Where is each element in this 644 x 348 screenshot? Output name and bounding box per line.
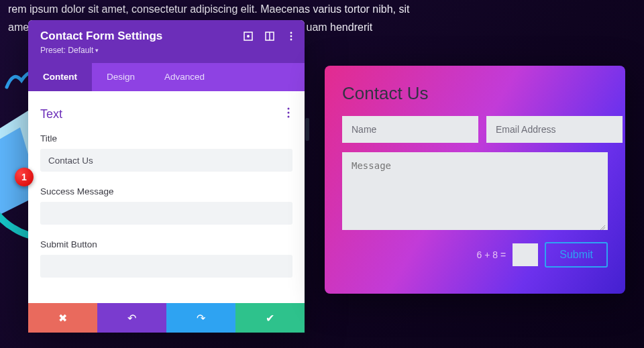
submit-button-label: Submit Button	[40, 239, 292, 249]
submit-button[interactable]: Submit	[545, 242, 608, 268]
contact-form-preview: Contact Us 6 + 8 = Submit	[325, 66, 625, 294]
success-message-field[interactable]	[40, 202, 292, 225]
panel-header[interactable]: Contact Form Settings Preset: Default ▾	[28, 20, 305, 63]
section-more-icon[interactable]	[284, 106, 292, 123]
preset-label: Preset: Default	[40, 46, 93, 55]
save-button[interactable]: ✔	[235, 303, 305, 333]
captcha-field[interactable]	[513, 243, 538, 266]
panel-body: Text Title Success Message Submit Button	[28, 91, 305, 303]
email-field[interactable]	[486, 116, 623, 143]
more-icon[interactable]	[286, 31, 297, 42]
contact-form-settings-panel: Contact Form Settings Preset: Default ▾	[28, 20, 305, 333]
columns-icon[interactable]	[264, 31, 275, 42]
scrollbar-handle[interactable]	[305, 118, 309, 141]
captcha-label: 6 + 8 =	[477, 249, 506, 260]
title-field[interactable]	[40, 149, 292, 172]
redo-icon: ↷	[197, 312, 205, 325]
svg-point-7	[290, 36, 292, 38]
message-field[interactable]	[342, 152, 608, 230]
form-title: Contact Us	[342, 83, 608, 104]
step-badge-1: 1	[15, 168, 34, 186]
svg-point-3	[248, 36, 249, 37]
panel-footer: ✖ ↶ ↷ ✔	[28, 303, 305, 333]
name-field[interactable]	[342, 116, 478, 143]
success-message-label: Success Message	[40, 186, 292, 196]
resize-handle-icon	[600, 225, 606, 231]
bg-line-1: rem ipsum dolor sit amet, consectetur ad…	[8, 0, 636, 18]
settings-tabs: Content Design Advanced	[28, 63, 305, 91]
undo-icon: ↶	[127, 312, 136, 325]
svg-point-8	[290, 39, 292, 41]
title-field-label: Title	[40, 133, 292, 143]
cancel-button[interactable]: ✖	[28, 303, 97, 333]
close-icon: ✖	[58, 312, 67, 325]
preset-dropdown[interactable]: Preset: Default ▾	[40, 46, 292, 55]
tab-content[interactable]: Content	[28, 63, 92, 91]
svg-point-11	[288, 116, 290, 118]
svg-point-9	[288, 108, 290, 110]
redo-button[interactable]: ↷	[166, 303, 235, 333]
chevron-down-icon: ▾	[95, 47, 99, 54]
expand-icon[interactable]	[243, 31, 254, 42]
svg-point-6	[290, 32, 292, 34]
check-icon: ✔	[266, 312, 274, 325]
bg-line-2-right: uam hendrerit	[306, 21, 372, 33]
undo-button[interactable]: ↶	[97, 303, 166, 333]
tab-design[interactable]: Design	[92, 63, 150, 91]
submit-button-field[interactable]	[40, 255, 292, 278]
svg-point-10	[288, 112, 290, 114]
section-title-text: Text	[40, 107, 62, 121]
tab-advanced[interactable]: Advanced	[150, 63, 219, 91]
